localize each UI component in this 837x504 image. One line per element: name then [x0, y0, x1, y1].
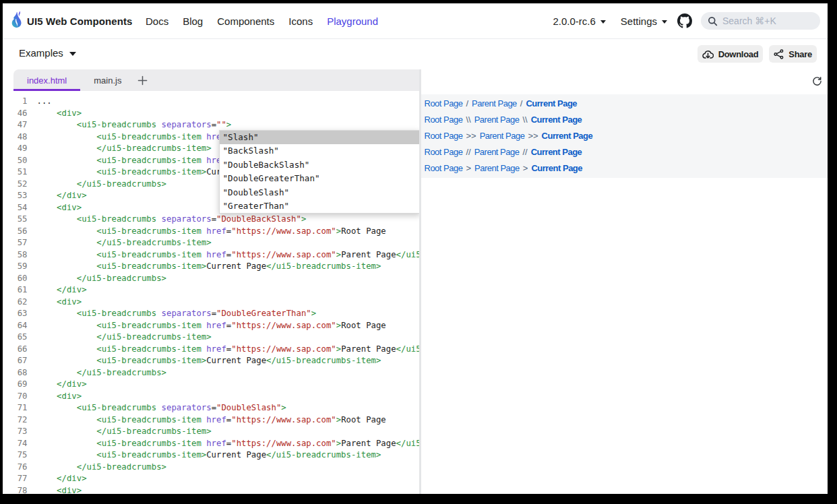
breadcrumb-separator: >> — [528, 131, 538, 141]
breadcrumb-link[interactable]: Parent Page — [472, 98, 517, 108]
code-line[interactable]: 66 <ui5-breadcrumbs-item href="https://w… — [13, 344, 419, 356]
tab-label: main.js — [94, 75, 121, 86]
code-line[interactable]: 63 <ui5-breadcrumbs separators="DoubleGr… — [13, 308, 419, 320]
line-number: 54 — [13, 202, 37, 214]
breadcrumb-link[interactable]: Parent Page — [480, 131, 525, 141]
breadcrumb-current: Current Page — [542, 131, 593, 141]
breadcrumb-link[interactable]: Root Page — [425, 147, 463, 157]
code-text: <div> — [37, 202, 82, 214]
code-line[interactable]: 61 </div> — [13, 284, 419, 296]
share-button[interactable]: Share — [769, 45, 817, 63]
code-text: <div> — [37, 296, 82, 309]
autocomplete-item[interactable]: "BackSlash" — [220, 144, 420, 158]
line-number: 51 — [13, 166, 37, 179]
code-line[interactable]: 78 <div> — [13, 485, 419, 495]
github-mark-icon[interactable] — [677, 13, 692, 28]
code-line[interactable]: 72 <ui5-breadcrumbs-item href="https://w… — [13, 414, 419, 427]
code-text: <ui5-breadcrumbs-item href="https://www.… — [37, 438, 420, 450]
caret-down-icon — [662, 20, 667, 24]
line-number: 58 — [13, 249, 37, 261]
breadcrumb-link[interactable]: Root Page — [425, 163, 463, 173]
breadcrumb-separator: >> — [466, 131, 476, 141]
breadcrumb-row: Root Page>>Parent Page>>Current Page — [421, 128, 828, 144]
code-line[interactable]: 70 <div> — [13, 391, 419, 403]
code-line[interactable]: 1... — [13, 96, 419, 108]
code-line[interactable]: 69 </div> — [13, 379, 419, 391]
line-number: 65 — [13, 332, 37, 344]
code-line[interactable]: 76 </ui5-breadcrumbs> — [13, 462, 419, 474]
nav-link-blog[interactable]: Blog — [183, 15, 203, 27]
ui5-flame-logo[interactable] — [11, 11, 22, 29]
breadcrumb-link[interactable]: Parent Page — [474, 115, 520, 125]
settings-dropdown[interactable]: Settings — [621, 15, 667, 27]
cloud-arrow-down-icon — [702, 49, 714, 59]
brand-title[interactable]: UI5 Web Components — [27, 3, 133, 38]
code-text: <ui5-breadcrumbs-item>Current Page</ui5-… — [37, 355, 381, 367]
version-dropdown[interactable]: 2.0.0-rc.6 — [553, 15, 605, 27]
code-line[interactable]: 59 <ui5-breadcrumbs-item>Current Page</u… — [13, 261, 419, 273]
code-line[interactable]: 60 </ui5-breadcrumbs> — [13, 273, 419, 285]
line-number: 77 — [13, 473, 37, 485]
code-line[interactable]: 65 </ui5-breadcrumbs-item> — [13, 332, 419, 344]
add-tab-button[interactable] — [135, 69, 150, 91]
breadcrumb-link[interactable]: Root Page — [425, 115, 463, 125]
autocomplete-item[interactable]: "DoubleSlash" — [220, 186, 420, 199]
nav-link-icons[interactable]: Icons — [288, 15, 313, 27]
code-line[interactable]: 77 </div> — [13, 473, 419, 485]
code-line[interactable]: 57 </ui5-breadcrumbs-item> — [13, 237, 419, 249]
breadcrumb-link[interactable]: Parent Page — [474, 147, 520, 157]
line-number: 63 — [13, 308, 37, 320]
code-line[interactable]: 73 </ui5-breadcrumbs-item> — [13, 426, 419, 438]
code-line[interactable]: 75 <ui5-breadcrumbs-item>Current Page</u… — [13, 449, 419, 462]
line-number: 74 — [13, 438, 37, 450]
code-line[interactable]: 56 <ui5-breadcrumbs-item href="https://w… — [13, 226, 419, 238]
code-line[interactable]: 47 <ui5-breadcrumbs separators=""> — [13, 119, 419, 131]
autocomplete-item[interactable]: "GreaterThan" — [220, 199, 420, 213]
tab-label: index.html — [27, 75, 67, 86]
code-line[interactable]: 58 <ui5-breadcrumbs-item href="https://w… — [13, 249, 419, 261]
line-number: 50 — [13, 155, 37, 167]
editor-tabbar: index.html main.js — [13, 69, 419, 91]
code-text: </ui5-breadcrumbs-item> — [37, 426, 212, 438]
autocomplete-item[interactable]: "DoubleBackSlash" — [220, 158, 420, 172]
code-text: <ui5-breadcrumbs separators="DoubleGreat… — [37, 308, 317, 320]
autocomplete-item[interactable]: "DoubleGreaterThan" — [220, 172, 420, 185]
nav-link-playground[interactable]: Playground — [327, 15, 378, 27]
examples-dropdown[interactable]: Examples — [19, 40, 76, 66]
download-label: Download — [718, 49, 759, 59]
code-text: <ui5-breadcrumbs separators="DoubleBackS… — [37, 214, 307, 226]
nav-link-docs[interactable]: Docs — [146, 15, 168, 27]
code-text: </div> — [37, 284, 87, 296]
code-text: </ui5-breadcrumbs-item> — [37, 143, 212, 155]
line-number: 78 — [13, 485, 37, 495]
code-line[interactable]: 68 </ui5-breadcrumbs> — [13, 367, 419, 379]
breadcrumb-link[interactable]: Root Page — [425, 98, 463, 108]
line-number: 70 — [13, 391, 37, 403]
tab-index-html[interactable]: index.html — [13, 69, 80, 91]
tab-main-js[interactable]: main.js — [80, 69, 135, 91]
code-text: </div> — [37, 379, 87, 391]
magnifier-icon — [708, 16, 718, 26]
line-number: 75 — [13, 449, 37, 462]
breadcrumb-separator: // — [522, 147, 527, 157]
breadcrumb-separator: / — [520, 98, 523, 108]
nav-link-components[interactable]: Components — [217, 15, 274, 27]
refresh-button[interactable] — [810, 74, 824, 88]
code-line[interactable]: 46 <div> — [13, 108, 419, 120]
code-line[interactable]: 64 <ui5-breadcrumbs-item href="https://w… — [13, 320, 419, 332]
code-line[interactable]: 55 <ui5-breadcrumbs separators="DoubleBa… — [13, 214, 419, 226]
line-number: 62 — [13, 296, 37, 309]
code-line[interactable]: 67 <ui5-breadcrumbs-item>Current Page</u… — [13, 355, 419, 367]
breadcrumb-separator: > — [523, 163, 528, 173]
search-input[interactable]: Search ⌘+K — [701, 12, 820, 30]
breadcrumb-link[interactable]: Root Page — [425, 131, 463, 141]
breadcrumb-link[interactable]: Parent Page — [474, 163, 520, 173]
download-button[interactable]: Download — [698, 45, 764, 63]
code-line[interactable]: 62 <div> — [13, 296, 419, 309]
code-line[interactable]: 71 <ui5-breadcrumbs separators="DoubleSl… — [13, 402, 419, 414]
autocomplete-item[interactable]: "Slash" — [220, 131, 420, 144]
line-number: 1 — [13, 96, 37, 108]
breadcrumb-separator: / — [466, 98, 468, 108]
version-label: 2.0.0-rc.6 — [553, 15, 595, 27]
code-line[interactable]: 74 <ui5-breadcrumbs-item href="https://w… — [13, 438, 419, 450]
